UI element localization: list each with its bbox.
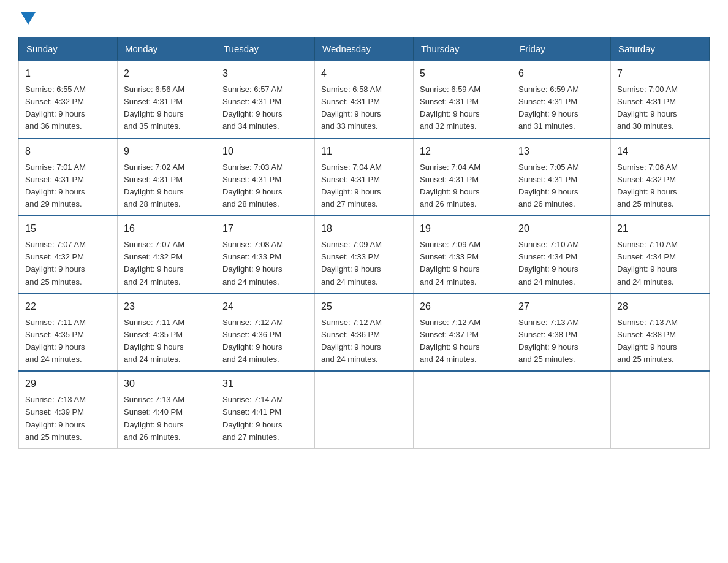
week-row-2: 8Sunrise: 7:01 AMSunset: 4:31 PMDaylight… — [19, 139, 710, 216]
day-number-24: 24 — [222, 299, 308, 314]
day-info-12: Sunrise: 7:04 AMSunset: 4:31 PMDaylight:… — [420, 161, 506, 211]
week-row-1: 1Sunrise: 6:55 AMSunset: 4:32 PMDaylight… — [19, 61, 710, 139]
day-number-10: 10 — [222, 144, 308, 159]
day-number-11: 11 — [321, 144, 407, 159]
day-cell-3: 3Sunrise: 6:57 AMSunset: 4:31 PMDaylight… — [216, 61, 315, 139]
day-info-23: Sunrise: 7:11 AMSunset: 4:35 PMDaylight:… — [124, 316, 210, 366]
day-cell-31: 31Sunrise: 7:14 AMSunset: 4:41 PMDayligh… — [216, 371, 315, 448]
day-info-20: Sunrise: 7:10 AMSunset: 4:34 PMDaylight:… — [518, 239, 604, 288]
calendar-table: SundayMondayTuesdayWednesdayThursdayFrid… — [18, 37, 710, 449]
day-info-21: Sunrise: 7:10 AMSunset: 4:34 PMDaylight:… — [617, 239, 703, 288]
day-number-14: 14 — [617, 144, 703, 159]
day-cell-18: 18Sunrise: 7:09 AMSunset: 4:33 PMDayligh… — [315, 216, 414, 294]
day-number-28: 28 — [617, 299, 703, 314]
day-cell-7: 7Sunrise: 7:00 AMSunset: 4:31 PMDaylight… — [611, 61, 710, 139]
day-number-16: 16 — [124, 221, 210, 236]
day-cell-21: 21Sunrise: 7:10 AMSunset: 4:34 PMDayligh… — [611, 216, 710, 294]
day-cell-6: 6Sunrise: 6:59 AMSunset: 4:31 PMDaylight… — [512, 61, 611, 139]
day-info-7: Sunrise: 7:00 AMSunset: 4:31 PMDaylight:… — [617, 83, 703, 133]
day-cell-4: 4Sunrise: 6:58 AMSunset: 4:31 PMDaylight… — [315, 61, 414, 139]
day-info-15: Sunrise: 7:07 AMSunset: 4:32 PMDaylight:… — [25, 239, 111, 288]
header — [18, 15, 710, 25]
header-monday: Monday — [118, 37, 216, 61]
day-cell-14: 14Sunrise: 7:06 AMSunset: 4:32 PMDayligh… — [611, 139, 710, 216]
day-cell-29: 29Sunrise: 7:13 AMSunset: 4:39 PMDayligh… — [19, 371, 118, 448]
day-info-31: Sunrise: 7:14 AMSunset: 4:41 PMDaylight:… — [222, 394, 308, 443]
day-cell-12: 12Sunrise: 7:04 AMSunset: 4:31 PMDayligh… — [414, 139, 512, 216]
day-cell-9: 9Sunrise: 7:02 AMSunset: 4:31 PMDaylight… — [118, 139, 216, 216]
day-info-1: Sunrise: 6:55 AMSunset: 4:32 PMDaylight:… — [25, 83, 111, 133]
day-cell-2: 2Sunrise: 6:56 AMSunset: 4:31 PMDaylight… — [118, 61, 216, 139]
day-number-13: 13 — [518, 144, 604, 159]
week-row-3: 15Sunrise: 7:07 AMSunset: 4:32 PMDayligh… — [19, 216, 710, 294]
day-info-30: Sunrise: 7:13 AMSunset: 4:40 PMDaylight:… — [124, 394, 210, 443]
day-number-7: 7 — [617, 66, 703, 81]
day-cell-5: 5Sunrise: 6:59 AMSunset: 4:31 PMDaylight… — [414, 61, 512, 139]
day-info-18: Sunrise: 7:09 AMSunset: 4:33 PMDaylight:… — [321, 239, 407, 288]
day-info-10: Sunrise: 7:03 AMSunset: 4:31 PMDaylight:… — [222, 161, 308, 211]
day-number-22: 22 — [25, 299, 111, 314]
day-info-5: Sunrise: 6:59 AMSunset: 4:31 PMDaylight:… — [420, 83, 506, 133]
day-number-26: 26 — [420, 299, 506, 314]
day-info-4: Sunrise: 6:58 AMSunset: 4:31 PMDaylight:… — [321, 83, 407, 133]
header-sunday: Sunday — [19, 37, 118, 61]
logo-triangle-icon — [21, 12, 36, 25]
empty-cell-w5-d3 — [315, 371, 414, 448]
day-info-26: Sunrise: 7:12 AMSunset: 4:37 PMDaylight:… — [420, 316, 506, 366]
day-info-11: Sunrise: 7:04 AMSunset: 4:31 PMDaylight:… — [321, 161, 407, 211]
day-info-16: Sunrise: 7:07 AMSunset: 4:32 PMDaylight:… — [124, 239, 210, 288]
day-info-27: Sunrise: 7:13 AMSunset: 4:38 PMDaylight:… — [518, 316, 604, 366]
day-cell-20: 20Sunrise: 7:10 AMSunset: 4:34 PMDayligh… — [512, 216, 611, 294]
day-info-28: Sunrise: 7:13 AMSunset: 4:38 PMDaylight:… — [617, 316, 703, 366]
day-cell-13: 13Sunrise: 7:05 AMSunset: 4:31 PMDayligh… — [512, 139, 611, 216]
day-number-3: 3 — [222, 66, 308, 81]
empty-cell-w5-d5 — [512, 371, 611, 448]
day-info-29: Sunrise: 7:13 AMSunset: 4:39 PMDaylight:… — [25, 394, 111, 443]
day-number-5: 5 — [420, 66, 506, 81]
day-info-9: Sunrise: 7:02 AMSunset: 4:31 PMDaylight:… — [124, 161, 210, 211]
day-info-25: Sunrise: 7:12 AMSunset: 4:36 PMDaylight:… — [321, 316, 407, 366]
week-row-4: 22Sunrise: 7:11 AMSunset: 4:35 PMDayligh… — [19, 294, 710, 372]
day-cell-19: 19Sunrise: 7:09 AMSunset: 4:33 PMDayligh… — [414, 216, 512, 294]
day-number-31: 31 — [222, 377, 308, 391]
day-info-22: Sunrise: 7:11 AMSunset: 4:35 PMDaylight:… — [25, 316, 111, 366]
day-cell-27: 27Sunrise: 7:13 AMSunset: 4:38 PMDayligh… — [512, 294, 611, 372]
day-number-12: 12 — [420, 144, 506, 159]
day-cell-8: 8Sunrise: 7:01 AMSunset: 4:31 PMDaylight… — [19, 139, 118, 216]
header-saturday: Saturday — [611, 37, 710, 61]
day-number-6: 6 — [518, 66, 604, 81]
day-number-2: 2 — [124, 66, 210, 81]
day-number-23: 23 — [124, 299, 210, 314]
empty-cell-w5-d4 — [414, 371, 512, 448]
day-cell-23: 23Sunrise: 7:11 AMSunset: 4:35 PMDayligh… — [118, 294, 216, 372]
day-info-19: Sunrise: 7:09 AMSunset: 4:33 PMDaylight:… — [420, 239, 506, 288]
day-number-17: 17 — [222, 221, 308, 236]
day-cell-28: 28Sunrise: 7:13 AMSunset: 4:38 PMDayligh… — [611, 294, 710, 372]
day-cell-22: 22Sunrise: 7:11 AMSunset: 4:35 PMDayligh… — [19, 294, 118, 372]
day-info-13: Sunrise: 7:05 AMSunset: 4:31 PMDaylight:… — [518, 161, 604, 211]
header-friday: Friday — [512, 37, 611, 61]
header-wednesday: Wednesday — [315, 37, 414, 61]
day-cell-11: 11Sunrise: 7:04 AMSunset: 4:31 PMDayligh… — [315, 139, 414, 216]
day-number-29: 29 — [25, 377, 111, 391]
day-cell-17: 17Sunrise: 7:08 AMSunset: 4:33 PMDayligh… — [216, 216, 315, 294]
day-number-27: 27 — [518, 299, 604, 314]
day-info-2: Sunrise: 6:56 AMSunset: 4:31 PMDaylight:… — [124, 83, 210, 133]
day-number-25: 25 — [321, 299, 407, 314]
empty-cell-w5-d6 — [611, 371, 710, 448]
week-row-5: 29Sunrise: 7:13 AMSunset: 4:39 PMDayligh… — [19, 371, 710, 448]
header-thursday: Thursday — [414, 37, 512, 61]
day-number-21: 21 — [617, 221, 703, 236]
day-number-20: 20 — [518, 221, 604, 236]
day-cell-16: 16Sunrise: 7:07 AMSunset: 4:32 PMDayligh… — [118, 216, 216, 294]
day-number-1: 1 — [25, 66, 111, 81]
day-info-3: Sunrise: 6:57 AMSunset: 4:31 PMDaylight:… — [222, 83, 308, 133]
day-number-8: 8 — [25, 144, 111, 159]
day-cell-10: 10Sunrise: 7:03 AMSunset: 4:31 PMDayligh… — [216, 139, 315, 216]
day-cell-25: 25Sunrise: 7:12 AMSunset: 4:36 PMDayligh… — [315, 294, 414, 372]
header-tuesday: Tuesday — [216, 37, 315, 61]
day-info-17: Sunrise: 7:08 AMSunset: 4:33 PMDaylight:… — [222, 239, 308, 288]
day-number-4: 4 — [321, 66, 407, 81]
day-info-24: Sunrise: 7:12 AMSunset: 4:36 PMDaylight:… — [222, 316, 308, 366]
day-number-19: 19 — [420, 221, 506, 236]
